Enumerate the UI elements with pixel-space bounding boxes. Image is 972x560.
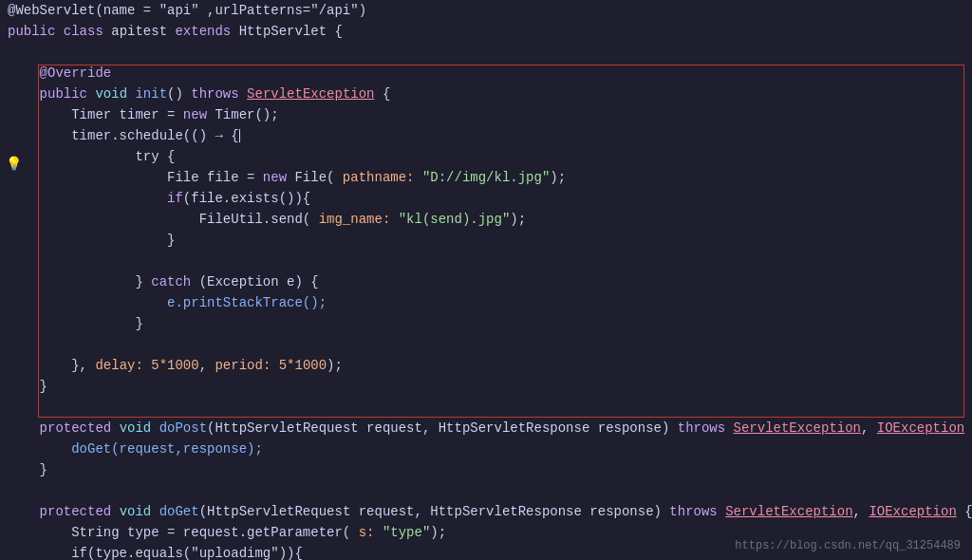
code-line: if(file.exists()){ — [0, 188, 972, 209]
code-line: timer.schedule(() → { — [0, 125, 972, 146]
code-line — [0, 251, 972, 271]
code-line: @WebServlet(name = "api" ,urlPatterns="/… — [0, 0, 972, 21]
code-line: Timer timer = new Timer(); — [0, 104, 972, 125]
code-line: } — [0, 313, 972, 334]
code-line: protected void doGet(HttpServletRequest … — [0, 501, 972, 522]
code-line: protected void doPost(HttpServletRequest… — [0, 418, 972, 439]
code-line: doGet(request,response); — [0, 439, 972, 459]
code-line: }, delay: 5*1000, period: 5*1000); — [0, 355, 972, 376]
code-line — [0, 334, 972, 355]
code-editor: 💡 @WebServlet(name = "api" ,urlPatterns=… — [0, 0, 972, 560]
code-line: } catch (Exception e) { — [0, 271, 972, 292]
bulb-icon[interactable]: 💡 — [6, 154, 22, 175]
code-line: FileUtil.send( img_name: "kl(send).jpg")… — [0, 209, 972, 230]
code-line: public class apitest extends HttpServlet… — [0, 21, 972, 42]
code-line: e.printStackTrace(); — [0, 292, 972, 313]
code-line: } — [0, 459, 972, 480]
code-line: try { — [0, 146, 972, 167]
code-line: } — [0, 376, 972, 397]
code-line — [0, 397, 972, 418]
code-line: @Override — [0, 63, 972, 84]
code-line: public void init() throws ServletExcepti… — [0, 84, 972, 104]
url-label: https://blog.csdn.net/qq_31254489 — [735, 539, 961, 552]
code-line: } — [0, 230, 972, 251]
code-line — [0, 480, 972, 501]
code-line: File file = new File( pathname: "D://img… — [0, 167, 972, 188]
code-line — [0, 42, 972, 63]
